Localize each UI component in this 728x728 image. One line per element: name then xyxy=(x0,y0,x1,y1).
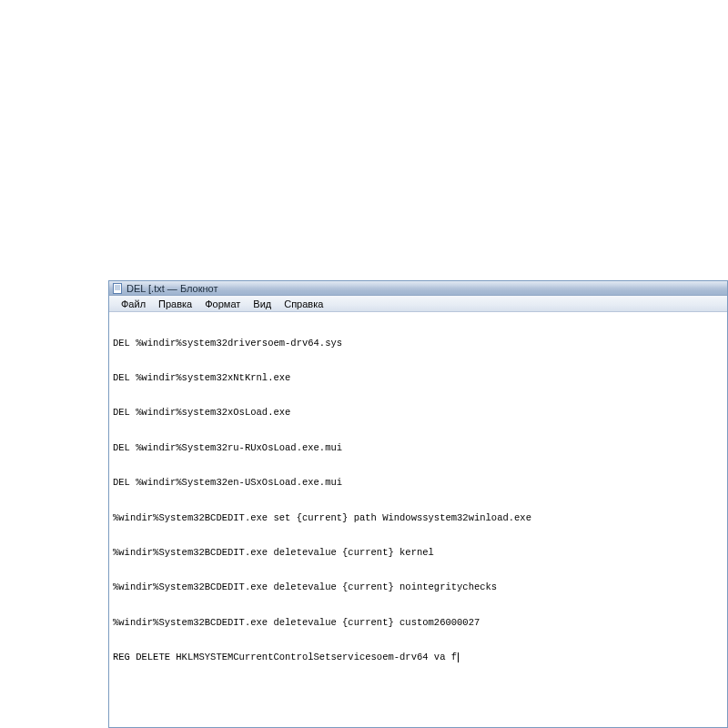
titlebar[interactable]: DEL [.txt — Блокнот xyxy=(109,281,727,296)
text-line: %windir%System32BCDEDIT.exe deletevalue … xyxy=(113,581,723,593)
menu-file[interactable]: Файл xyxy=(115,297,152,311)
text-line: DEL %windir%system32xNtKrnl.exe xyxy=(113,372,723,384)
text-line: DEL %windir%system32xOsLoad.exe xyxy=(113,407,723,419)
text-line: %windir%System32BCDEDIT.exe deletevalue … xyxy=(113,617,723,629)
text-line: %windir%System32BCDEDIT.exe deletevalue … xyxy=(113,547,723,559)
svg-rect-0 xyxy=(114,283,122,293)
text-line: DEL %windir%System32ru-RUxOsLoad.exe.mui xyxy=(113,442,723,454)
text-line: REG DELETE HKLMSYSTEMCurrentControlSetse… xyxy=(113,652,723,663)
menu-edit[interactable]: Правка xyxy=(152,297,198,311)
text-line: DEL %windir%System32en-USxOsLoad.exe.mui xyxy=(113,477,723,489)
notepad-icon xyxy=(112,283,123,294)
notepad-window: DEL [.txt — Блокнот Файл Правка Формат В… xyxy=(108,280,728,728)
menubar: Файл Правка Формат Вид Справка xyxy=(109,296,727,312)
text-area[interactable]: DEL %windir%system32driversoem-drv64.sys… xyxy=(109,312,727,727)
text-line: DEL %windir%system32driversoem-drv64.sys xyxy=(113,338,723,349)
text-cursor xyxy=(458,652,459,662)
menu-format[interactable]: Формат xyxy=(198,297,247,311)
text-line: %windir%System32BCDEDIT.exe set {current… xyxy=(113,512,723,524)
menu-help[interactable]: Справка xyxy=(278,297,329,311)
window-title: DEL [.txt — Блокнот xyxy=(126,282,217,295)
menu-view[interactable]: Вид xyxy=(247,297,278,311)
